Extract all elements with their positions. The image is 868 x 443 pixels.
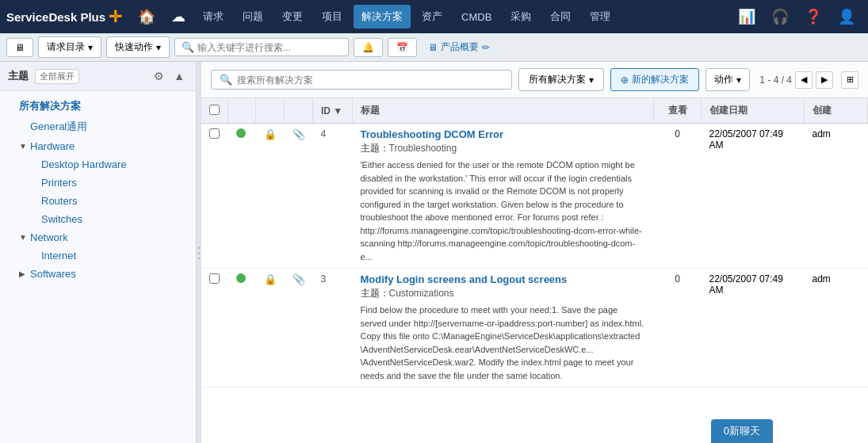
th-created-date: 创建日期 — [702, 98, 805, 124]
row1-created-by: adm — [813, 128, 831, 139]
row2-status-dot — [236, 273, 246, 283]
product-overview-link[interactable]: 🖥 产品概要 ✏ — [428, 40, 490, 54]
sidebar-label-switches: Switches — [41, 213, 82, 225]
chat-notification[interactable]: 0新聊天 — [711, 419, 773, 443]
notification-icon-btn[interactable]: 🔔 — [354, 38, 383, 57]
sidebar-label-desktop-hardware: Desktop Hardware — [41, 158, 127, 170]
question-icon-btn[interactable]: ❓ — [798, 3, 828, 30]
nav-requests[interactable]: 请求 — [195, 5, 231, 29]
next-page-btn[interactable]: ▶ — [816, 71, 833, 89]
request-menu-arrow: ▾ — [88, 42, 93, 53]
row2-lock-icon: 🔒 — [264, 273, 277, 285]
row1-desc: 'Either access denied for the user or th… — [361, 158, 646, 263]
sidebar-item-hardware[interactable]: ▼ Hardware — [0, 137, 196, 155]
actions-dropdown-btn[interactable]: 动作 ▾ — [705, 68, 750, 91]
expand-panel-btn[interactable]: ⊞ — [841, 71, 858, 89]
actions-arrow-icon: ▾ — [736, 74, 741, 86]
sidebar-item-internet[interactable]: Internet — [0, 246, 196, 265]
select-all-checkbox[interactable] — [209, 105, 220, 115]
th-lock — [256, 98, 285, 124]
logo-plus: ✛ — [109, 7, 122, 26]
resize-handle[interactable] — [197, 62, 201, 443]
sidebar-item-network[interactable]: ▼ Network — [0, 228, 196, 246]
th-status — [228, 98, 256, 124]
row1-topic: 主题：Troubleshooting — [361, 142, 646, 155]
prev-page-btn[interactable]: ◀ — [795, 71, 813, 89]
row1-attach-icon: 📎 — [293, 128, 305, 140]
barchart-icon-btn[interactable]: 📊 — [732, 3, 762, 30]
nav-admin[interactable]: 管理 — [582, 5, 618, 29]
row2-checkbox[interactable] — [209, 273, 220, 284]
nav-contracts[interactable]: 合同 — [542, 5, 579, 29]
row1-checkbox[interactable] — [209, 128, 220, 139]
nav-issues[interactable]: 问题 — [235, 5, 271, 29]
tree-toggle-hardware: ▼ — [19, 142, 27, 151]
nav-cmdb[interactable]: CMDB — [453, 6, 499, 28]
sidebar: 主题 全部展开 ⚙ ▲ 所有解决方案 General通用 ▼ Hardware — [0, 62, 197, 443]
new-solution-btn[interactable]: ⊕ 新的解决方案 — [610, 68, 699, 91]
expand-all-btn[interactable]: 全部展开 — [35, 69, 79, 84]
request-menu-btn[interactable]: 请求目录 ▾ — [38, 36, 101, 58]
filter-dropdown-btn[interactable]: 所有解决方案 ▾ — [518, 68, 604, 91]
quick-action-btn[interactable]: 快速动作 ▾ — [106, 36, 170, 58]
row2-created-by-cell: adm — [805, 269, 868, 388]
nav-changes[interactable]: 变更 — [274, 5, 311, 29]
request-menu-label: 请求目录 — [47, 40, 85, 54]
sidebar-item-desktop-hardware[interactable]: Desktop Hardware — [0, 155, 196, 174]
sidebar-label-routers: Routers — [41, 195, 78, 207]
sidebar-title-area: 主题 全部展开 — [8, 69, 79, 84]
search-bar-icon: 🔍 — [220, 74, 232, 86]
solution-search-input[interactable] — [237, 74, 503, 86]
global-search-bar[interactable]: 🔍 — [174, 38, 349, 56]
row2-views-cell: 0 — [654, 269, 702, 388]
sidebar-item-general[interactable]: General通用 — [0, 116, 196, 137]
quick-action-arrow: ▾ — [156, 42, 161, 53]
sidebar-label-hardware: Hardware — [30, 140, 75, 152]
row1-views-cell: 0 — [654, 124, 702, 269]
nav-solutions[interactable]: 解决方案 — [354, 5, 411, 29]
row2-title-link[interactable]: Modify Login screens and Logout screens — [361, 273, 646, 285]
row2-created-date: 22/05/2007 07:49 AM — [709, 273, 783, 296]
cloud-nav-btn[interactable]: ☁ — [165, 3, 192, 30]
row1-created-date: 22/05/2007 07:49 AM — [709, 128, 783, 151]
quick-action-label: 快速动作 — [115, 40, 153, 54]
sidebar-tree: 所有解决方案 General通用 ▼ Hardware Desktop Hard… — [0, 91, 196, 288]
th-title: 标题 — [353, 98, 654, 124]
sidebar-gear-icon-btn[interactable]: ⚙ — [151, 68, 167, 84]
row1-title-link[interactable]: Troubleshooting DCOM Error — [361, 128, 646, 140]
sidebar-item-all-solutions[interactable]: 所有解决方案 — [0, 96, 196, 116]
row1-created-date-cell: 22/05/2007 07:49 AM — [702, 124, 805, 269]
filter-label: 所有解决方案 — [529, 73, 586, 86]
row2-attach-cell: 📎 — [285, 269, 313, 388]
home-nav-btn[interactable]: 🏠 — [132, 3, 162, 30]
th-id[interactable]: ID ▼ — [313, 98, 353, 124]
sidebar-title-text: 主题 — [8, 69, 29, 83]
sidebar-item-softwares[interactable]: ▶ Softwares — [0, 265, 196, 283]
th-id-label: ID — [321, 105, 331, 116]
sidebar-item-switches[interactable]: Switches — [0, 210, 196, 228]
row2-topic-value: Customizations — [389, 288, 454, 299]
nav-right-icons: 📊 🎧 ❓ 👤 — [732, 3, 862, 30]
th-created-by: 创建 — [805, 98, 868, 124]
global-search-input[interactable] — [197, 42, 342, 53]
row2-topic: 主题：Customizations — [361, 287, 646, 300]
calendar-icon-btn[interactable]: 📅 — [388, 38, 417, 57]
user-icon-btn[interactable]: 👤 — [832, 3, 862, 30]
app-logo: ServiceDesk Plus ✛ — [6, 7, 122, 26]
row2-id-cell: 3 — [313, 269, 353, 388]
sidebar-label-all-solutions: 所有解决方案 — [19, 99, 81, 113]
sidebar-collapse-icon-btn[interactable]: ▲ — [170, 68, 188, 84]
sidebar-item-printers[interactable]: Printers — [0, 174, 196, 192]
nav-projects[interactable]: 项目 — [314, 5, 350, 29]
sidebar-item-routers[interactable]: Routers — [0, 192, 196, 210]
screen-icon-btn[interactable]: 🖥 — [6, 38, 33, 57]
th-views: 查看 — [654, 98, 702, 124]
row2-id: 3 — [321, 273, 327, 285]
headphone-icon-btn[interactable]: 🎧 — [765, 3, 795, 30]
solution-search-bar[interactable]: 🔍 — [211, 70, 512, 90]
row2-created-by: adm — [813, 273, 831, 285]
nav-assets[interactable]: 资产 — [414, 5, 450, 29]
row1-created-by-cell: adm — [805, 124, 868, 269]
sidebar-label-general: General通用 — [30, 120, 87, 134]
nav-purchase[interactable]: 采购 — [503, 5, 539, 29]
